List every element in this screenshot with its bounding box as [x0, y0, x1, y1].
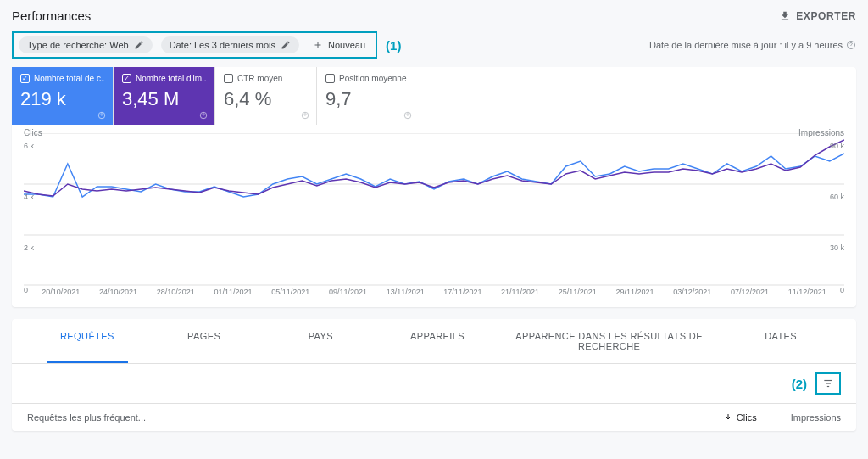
metric-label: Position moyenne [339, 74, 407, 83]
metric-label: Nombre total d'im... [136, 74, 206, 83]
column-header-impressions[interactable]: Impressions [791, 412, 841, 423]
metric-value: 9,7 [326, 88, 410, 110]
metric-row: Nombre total de c... 219 k Nombre total … [12, 67, 856, 125]
help-icon[interactable] [301, 111, 309, 120]
help-icon[interactable] [97, 111, 106, 120]
metric-ctr[interactable]: CTR moyen 6,4 % [215, 67, 317, 125]
table-header-row: Requêtes les plus fréquent... Clics Impr… [12, 403, 856, 431]
y-axis-left-label: Clics [24, 128, 42, 137]
export-label: EXPORTER [796, 10, 856, 22]
column-header-clicks[interactable]: Clics [723, 412, 757, 423]
filter-button[interactable] [815, 372, 841, 395]
tab-countries[interactable]: PAYS [262, 319, 379, 363]
chip-label: Type de recherche: Web [27, 40, 129, 50]
filter-icon [821, 378, 835, 389]
tab-dates[interactable]: DATES [722, 319, 839, 363]
metric-value: 3,45 M [122, 88, 206, 110]
chip-label: Date: Les 3 derniers mois [170, 40, 275, 50]
filter-chip-date[interactable]: Date: Les 3 derniers mois [161, 36, 299, 53]
filter-chip-search-type[interactable]: Type de recherche: Web [19, 36, 153, 53]
help-icon[interactable] [199, 111, 208, 120]
checkbox-icon [326, 74, 335, 83]
pencil-icon [134, 40, 144, 50]
pencil-icon [281, 40, 291, 50]
add-filter-label: Nouveau [328, 40, 365, 50]
metric-value: 6,4 % [224, 88, 308, 110]
page-title: Performances [12, 8, 91, 23]
last-update-label: Date de la dernière mise à jour : il y a… [649, 40, 843, 50]
tabs: REQUÊTES PAGES PAYS APPAREILS APPARENCE … [12, 319, 856, 364]
annotation-2: (2) [792, 377, 807, 391]
export-button[interactable]: EXPORTER [779, 10, 856, 22]
arrow-down-icon [723, 412, 733, 423]
annotation-1: (1) [386, 38, 401, 53]
y-axis-right-label: Impressions [798, 128, 844, 137]
checkbox-icon [20, 74, 30, 83]
line-chart [24, 133, 844, 286]
metric-value: 219 k [20, 88, 104, 110]
column-label: Clics [737, 412, 757, 423]
add-filter-button[interactable]: Nouveau [308, 36, 370, 53]
table-panel: REQUÊTES PAGES PAYS APPAREILS APPARENCE … [12, 319, 856, 431]
metric-position[interactable]: Position moyenne 9,7 [317, 67, 419, 125]
filters-group-highlight: Type de recherche: Web Date: Les 3 derni… [12, 31, 377, 59]
last-update-text: Date de la dernière mise à jour : il y a… [649, 40, 856, 50]
download-icon [779, 10, 791, 22]
help-icon[interactable] [403, 111, 412, 120]
metric-label: CTR moyen [237, 74, 282, 83]
performance-card: Nombre total de c... 219 k Nombre total … [12, 67, 856, 307]
tab-pages[interactable]: PAGES [146, 319, 263, 363]
checkbox-icon [122, 74, 131, 83]
help-icon[interactable] [846, 40, 856, 50]
column-header-queries[interactable]: Requêtes les plus fréquent... [27, 412, 146, 423]
tab-devices[interactable]: APPAREILS [379, 319, 496, 363]
plus-icon [313, 40, 323, 50]
x-axis: 20/10/202124/10/202128/10/202101/11/2021… [24, 284, 844, 303]
metric-clicks[interactable]: Nombre total de c... 219 k [12, 67, 114, 125]
checkbox-icon [224, 74, 233, 83]
chart-area: Clics Impressions 6 k 4 k 2 k 0 90 k 60 … [12, 125, 856, 307]
tab-queries[interactable]: REQUÊTES [29, 319, 146, 363]
metric-impressions[interactable]: Nombre total d'im... 3,45 M [114, 67, 215, 125]
tab-search-appearance[interactable]: APPARENCE DANS LES RÉSULTATS DE RECHERCH… [496, 319, 722, 363]
metric-label: Nombre total de c... [34, 74, 104, 83]
